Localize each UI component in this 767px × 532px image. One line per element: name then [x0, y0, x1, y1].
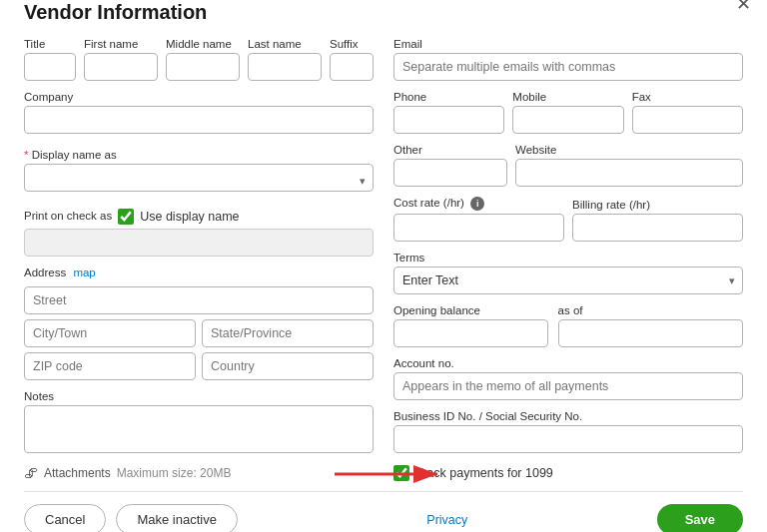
- close-button[interactable]: ✕: [736, 0, 751, 13]
- opening-balance-field-group: Opening balance: [393, 304, 548, 347]
- business-id-input[interactable]: [393, 425, 743, 453]
- suffix-input[interactable]: [330, 53, 374, 81]
- terms-select-wrap: Enter Text ▾: [393, 266, 743, 294]
- cost-rate-info-icon[interactable]: i: [470, 197, 484, 211]
- last-name-input[interactable]: [248, 53, 322, 81]
- company-label: Company: [24, 91, 374, 103]
- attachments-label: Attachments: [44, 466, 111, 480]
- zip-country-row: [24, 352, 374, 380]
- street-input[interactable]: [24, 286, 374, 314]
- notes-label: Notes: [24, 390, 374, 402]
- email-input[interactable]: [393, 53, 743, 81]
- rate-row: Cost rate (/hr) i Billing rate (/hr): [393, 197, 743, 242]
- billing-rate-field-group: Billing rate (/hr): [572, 199, 743, 242]
- last-name-field-group: Last name: [248, 38, 322, 81]
- map-link[interactable]: map: [73, 266, 95, 278]
- mobile-label: Mobile: [512, 91, 623, 103]
- display-name-select-wrap: ▾: [24, 164, 374, 197]
- cost-rate-label: Cost rate (/hr) i: [393, 197, 564, 211]
- print-on-check-row: Print on check as Use display name: [24, 209, 374, 225]
- vendor-information-modal: ✕ Vendor Information Title First name: [0, 0, 767, 532]
- middle-name-input[interactable]: [166, 53, 240, 81]
- fax-field-group: Fax: [632, 91, 743, 134]
- terms-field-group: Terms Enter Text ▾: [393, 252, 743, 294]
- mobile-input[interactable]: [512, 106, 623, 134]
- as-of-label: as of: [558, 304, 743, 316]
- print-on-check-section: Print on check as Use display name: [24, 207, 374, 257]
- business-id-field-group: Business ID No. / Social Security No.: [393, 410, 743, 453]
- cost-rate-field-group: Cost rate (/hr) i: [393, 197, 564, 242]
- footer-row: Cancel Make inactive Privacy Save: [24, 491, 743, 532]
- as-of-input[interactable]: 10/27/2021: [558, 319, 743, 347]
- address-label: Address map: [24, 266, 374, 278]
- first-name-input[interactable]: [84, 53, 158, 81]
- last-name-label: Last name: [248, 38, 322, 50]
- country-input[interactable]: [202, 352, 374, 380]
- other-website-row: Other Website: [393, 144, 743, 187]
- use-display-name-label: Use display name: [140, 210, 239, 224]
- fax-label: Fax: [632, 91, 743, 103]
- use-display-name-checkbox[interactable]: [118, 209, 134, 225]
- address-section: Address map: [24, 266, 374, 380]
- billing-rate-input[interactable]: [572, 214, 743, 242]
- footer-left: Cancel Make inactive: [24, 504, 238, 532]
- title-field-group: Title: [24, 38, 76, 81]
- email-field-group: Email: [393, 38, 743, 81]
- opening-balance-label: Opening balance: [393, 304, 548, 316]
- terms-select[interactable]: Enter Text: [393, 266, 743, 294]
- modal-title: Vendor Information: [24, 1, 743, 24]
- title-label: Title: [24, 38, 76, 50]
- display-name-field-group: Display name as ▾: [24, 149, 374, 197]
- cost-rate-input[interactable]: [393, 214, 564, 242]
- max-size-label: Maximum size: 20MB: [117, 466, 232, 480]
- middle-name-label: Middle name: [166, 38, 240, 50]
- right-column: Email Phone Mobile Fax: [393, 38, 743, 481]
- city-state-row: [24, 319, 374, 347]
- title-input[interactable]: [24, 53, 76, 81]
- display-name-select[interactable]: [24, 164, 374, 192]
- track-payments-label: Track payments for 1099: [415, 466, 553, 480]
- display-name-label: Display name as: [24, 149, 374, 161]
- paperclip-icon: 🖇: [24, 465, 38, 481]
- suffix-field-group: Suffix: [330, 38, 374, 81]
- city-input[interactable]: [24, 319, 196, 347]
- as-of-field-group: as of 10/27/2021: [558, 304, 743, 347]
- privacy-link[interactable]: Privacy: [426, 513, 467, 527]
- opening-balance-input[interactable]: [393, 319, 548, 347]
- account-no-label: Account no.: [393, 357, 743, 369]
- other-field-group: Other: [393, 144, 507, 187]
- state-input[interactable]: [202, 319, 374, 347]
- phone-input[interactable]: [393, 106, 504, 134]
- billing-rate-label: Billing rate (/hr): [572, 199, 743, 211]
- phone-row: Phone Mobile Fax: [393, 91, 743, 134]
- track-payments-checkbox[interactable]: [393, 465, 409, 481]
- website-field-group: Website: [515, 144, 743, 187]
- fax-input[interactable]: [632, 106, 743, 134]
- other-label: Other: [393, 144, 507, 156]
- account-no-field-group: Account no.: [393, 357, 743, 400]
- save-button[interactable]: Save: [657, 504, 743, 532]
- email-label: Email: [393, 38, 743, 50]
- website-input[interactable]: [515, 159, 743, 187]
- track-payments-row: Track payments for 1099: [393, 465, 743, 481]
- first-name-field-group: First name: [84, 38, 158, 81]
- make-inactive-button[interactable]: Make inactive: [116, 504, 237, 532]
- print-on-check-input-display: [24, 229, 374, 257]
- account-no-input[interactable]: [393, 372, 743, 400]
- notes-textarea[interactable]: [24, 405, 374, 453]
- terms-label: Terms: [393, 252, 743, 264]
- opening-balance-row: Opening balance as of 10/27/2021: [393, 304, 743, 347]
- cancel-button[interactable]: Cancel: [24, 504, 106, 532]
- name-row: Title First name Middle name Last name: [24, 38, 374, 81]
- company-input[interactable]: [24, 106, 374, 134]
- phone-field-group: Phone: [393, 91, 504, 134]
- other-input[interactable]: [393, 159, 507, 187]
- website-label: Website: [515, 144, 743, 156]
- suffix-label: Suffix: [330, 38, 374, 50]
- business-id-label: Business ID No. / Social Security No.: [393, 410, 743, 422]
- middle-name-field-group: Middle name: [166, 38, 240, 81]
- company-field-group: Company: [24, 91, 374, 139]
- zip-input[interactable]: [24, 352, 196, 380]
- left-column: Title First name Middle name Last name: [24, 38, 374, 481]
- first-name-label: First name: [84, 38, 158, 50]
